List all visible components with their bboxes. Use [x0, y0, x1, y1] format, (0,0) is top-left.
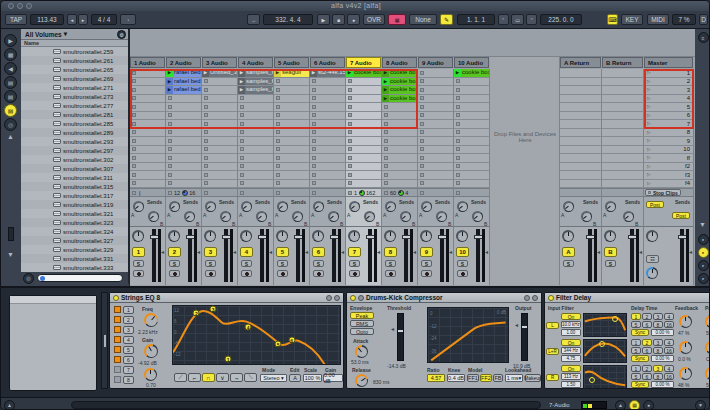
clip-stop-icon[interactable]: [420, 105, 424, 109]
clip-slot[interactable]: [560, 129, 602, 138]
solo-button[interactable]: S: [241, 260, 252, 267]
sounds-browser-icon[interactable]: ◀: [4, 62, 17, 75]
clip-slot[interactable]: ▶samples_fo: [238, 69, 274, 78]
track-header-2-audio[interactable]: 2 Audio: [166, 57, 201, 68]
clip-slot[interactable]: [274, 146, 310, 155]
clip-stop-icon[interactable]: [420, 96, 424, 100]
send-b-knob[interactable]: [292, 211, 303, 222]
scene-slot[interactable]: ▷4: [644, 95, 694, 104]
clip-slot[interactable]: [560, 163, 602, 172]
scene-row[interactable]: ▷10: [644, 146, 693, 154]
beat-button[interactable]: 1: [631, 365, 641, 372]
clip-stop-icon[interactable]: [348, 88, 352, 92]
scroll-down-icon[interactable]: ▼: [7, 251, 14, 258]
clip-slot[interactable]: [602, 78, 644, 87]
clip-slot[interactable]: [202, 154, 238, 163]
clip-slot[interactable]: [602, 103, 644, 112]
clip-slot[interactable]: [274, 120, 310, 129]
clip-slot[interactable]: [454, 129, 490, 138]
post-pre-a-button[interactable]: Post: [646, 201, 664, 208]
eq-band-number[interactable]: 2: [123, 316, 134, 324]
filter-freq-field[interactable]: 113 Hz: [561, 373, 581, 380]
eq-band-number[interactable]: 8: [123, 376, 134, 384]
list-item[interactable]: smultronstallet.317: [21, 191, 128, 200]
track-header-8-audio[interactable]: 8 Audio: [382, 57, 417, 68]
clip-stop-icon[interactable]: [240, 130, 244, 134]
search-input[interactable]: [37, 274, 123, 282]
list-item[interactable]: smultronstallet.293: [21, 137, 128, 146]
beat-button[interactable]: 8: [653, 373, 663, 380]
device-activator-icon[interactable]: [113, 295, 119, 301]
filter-display[interactable]: [583, 365, 627, 389]
clip-stop-icon[interactable]: [456, 181, 460, 185]
scene-slot[interactable]: ▷8: [644, 129, 694, 138]
track-activator-button[interactable]: 5: [276, 247, 289, 257]
clip-stop-icon[interactable]: [420, 164, 424, 168]
back-to-arrangement-button[interactable]: ▦: [388, 14, 406, 25]
release-knob[interactable]: [355, 374, 368, 387]
eq-band-toggle[interactable]: [114, 306, 121, 313]
send-a-knob[interactable]: [385, 201, 396, 212]
pan-knob[interactable]: [420, 230, 432, 242]
clip-slot[interactable]: [166, 120, 202, 129]
list-item[interactable]: smultronstallet.281: [21, 110, 128, 119]
list-item[interactable]: smultronstallet.333: [21, 263, 128, 272]
device-browser-icon[interactable]: ▶: [4, 34, 17, 47]
clip-slot[interactable]: ▶Untitled_38: [202, 69, 238, 78]
clip-stop-icon[interactable]: [168, 181, 172, 185]
clip-stop-icon[interactable]: [276, 181, 280, 185]
eq-band-toggle[interactable]: [114, 326, 121, 333]
clip-slot[interactable]: ▶cookie box: [382, 69, 418, 78]
list-item[interactable]: smultronstallet.321: [21, 209, 128, 218]
clip-stop-icon[interactable]: [204, 181, 208, 185]
compressor-curve-display[interactable]: 0-12-24-36 0 dB: [427, 307, 509, 363]
lookahead-select[interactable]: 1 ms▾: [505, 374, 523, 382]
clip-stop-icon[interactable]: [132, 88, 136, 92]
clip-slot[interactable]: [274, 103, 310, 112]
mode-select[interactable]: Stereo ▾: [260, 374, 287, 382]
solo-button[interactable]: S: [421, 260, 432, 267]
pan-knob[interactable]: [562, 230, 574, 242]
device-chain-handle[interactable]: [101, 292, 108, 389]
list-item[interactable]: smultronstallet.261: [21, 56, 128, 65]
session-overview-icon[interactable]: ≡: [698, 32, 709, 43]
clip-stop-icon[interactable]: [312, 147, 316, 151]
scene-slot[interactable]: ▷f3: [644, 171, 694, 180]
track-activator-button[interactable]: 6: [312, 247, 325, 257]
scene-slot[interactable]: ▷ff: [644, 154, 694, 163]
arm-record-button[interactable]: [277, 270, 288, 277]
beat-button[interactable]: 2: [642, 365, 652, 372]
filter-display[interactable]: [583, 339, 627, 363]
clip-stop-icon[interactable]: [456, 105, 460, 109]
send-b-knob[interactable]: [400, 211, 411, 222]
filter-width-field[interactable]: 1.50: [561, 381, 581, 388]
clip-stop-icon[interactable]: [420, 147, 424, 151]
eq-band-handle[interactable]: 3: [210, 306, 217, 313]
beat-button[interactable]: 5: [631, 321, 641, 328]
clip-stop-icon[interactable]: [312, 113, 316, 117]
filter-type-button[interactable]: ⟍: [244, 373, 257, 382]
device-activator-icon[interactable]: [350, 295, 356, 301]
clip-stop-icon[interactable]: [348, 105, 352, 109]
list-item[interactable]: smultronstallet.271: [21, 83, 128, 92]
clip-stop-icon[interactable]: [384, 191, 388, 195]
knee-field[interactable]: 0.4 dB: [447, 374, 465, 382]
makeup-button[interactable]: Makeup: [525, 374, 541, 382]
clip-stop-icon[interactable]: [204, 88, 208, 92]
sends-toggle-icon[interactable]: ●: [698, 247, 709, 258]
clip-slot[interactable]: [346, 78, 382, 87]
clip-slot[interactable]: [454, 120, 490, 129]
track-activator-button[interactable]: 4: [240, 247, 253, 257]
solo-button[interactable]: S: [385, 260, 396, 267]
groove-pool-icon[interactable]: ◎: [4, 118, 17, 131]
beat-button[interactable]: 2: [642, 339, 652, 346]
clip-slot[interactable]: [130, 171, 166, 180]
clip-slot[interactable]: [130, 129, 166, 138]
threshold-slider[interactable]: [397, 313, 404, 361]
clip-stop-icon[interactable]: [132, 105, 136, 109]
clip-stop-icon[interactable]: [456, 130, 460, 134]
pan-knob[interactable]: [204, 230, 216, 242]
clip-stop-icon[interactable]: [132, 173, 136, 177]
clip-stop-icon[interactable]: [168, 164, 172, 168]
clip-slot[interactable]: [310, 112, 346, 121]
